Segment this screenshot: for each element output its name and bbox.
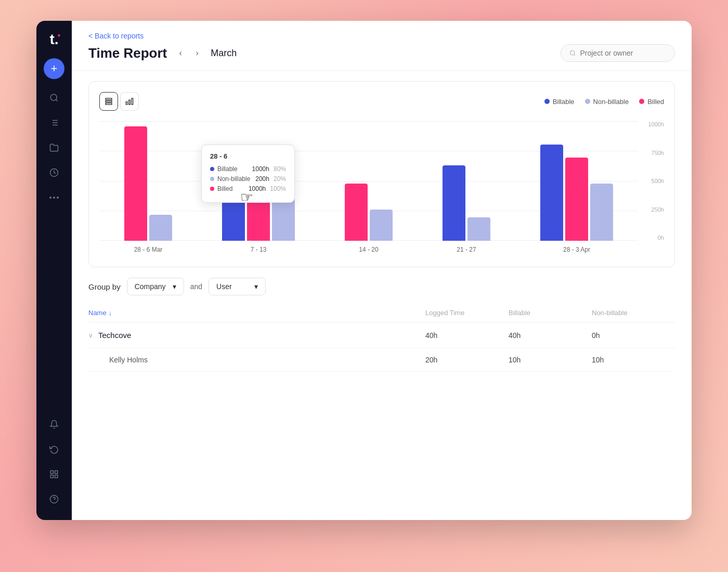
group-by-label: Group by bbox=[88, 282, 121, 291]
y-label-500: 500h bbox=[652, 178, 664, 184]
bar-non-billable-4[interactable] bbox=[467, 217, 490, 241]
company-logged-time: 40h bbox=[425, 331, 509, 340]
bar-group-5: 28 - 3 Apr bbox=[540, 145, 613, 241]
page-title: Time Report bbox=[88, 45, 167, 61]
svg-rect-20 bbox=[106, 98, 112, 100]
search-icon[interactable] bbox=[44, 87, 64, 108]
next-month-button[interactable]: › bbox=[190, 46, 204, 60]
bar-group-4-bars bbox=[443, 165, 490, 241]
legend-non-billable: Non-billable bbox=[585, 98, 629, 106]
chart-toolbar: Billable Non-billable Billed bbox=[99, 92, 664, 111]
bell-icon[interactable] bbox=[44, 414, 64, 435]
tooltip-title: 28 - 6 bbox=[210, 152, 286, 160]
search-box[interactable] bbox=[561, 44, 675, 62]
chart-area: 28 - 6 Mar 28 - 6 bbox=[99, 121, 664, 256]
table-section: Name ↓ Logged Time Billable Non-billable… bbox=[72, 304, 692, 520]
month-label: March bbox=[211, 48, 237, 59]
bar-label-3: 14 - 20 bbox=[359, 246, 378, 253]
header: < Back to reports Time Report ‹ › March bbox=[72, 21, 692, 71]
bar-non-billable-1[interactable] bbox=[149, 215, 172, 241]
more-icon[interactable] bbox=[44, 187, 64, 208]
col-name[interactable]: Name ↓ bbox=[88, 309, 425, 317]
folder-icon[interactable] bbox=[44, 137, 64, 158]
billed-dot bbox=[639, 99, 644, 104]
col-logged-time: Logged Time bbox=[425, 309, 509, 317]
expand-icon[interactable]: ∨ bbox=[88, 332, 93, 339]
col-non-billable: Non-billable bbox=[592, 309, 675, 317]
bar-label-2: 7 - 13 bbox=[251, 246, 267, 253]
bar-group-4: 21 - 27 bbox=[443, 165, 490, 241]
chart-y-labels: 1000h 750h 500h 250h 0h bbox=[638, 121, 664, 241]
non-billable-dot bbox=[585, 99, 590, 104]
bar-non-billable-3[interactable] bbox=[370, 210, 393, 241]
month-nav: ‹ › bbox=[173, 46, 204, 60]
bar-group-1: 28 - 6 Mar bbox=[124, 126, 172, 241]
bar-view-button[interactable] bbox=[120, 92, 139, 111]
chart-legend: Billable Non-billable Billed bbox=[544, 98, 664, 106]
bar-billable-5[interactable] bbox=[540, 145, 563, 241]
grid-icon[interactable] bbox=[44, 464, 64, 485]
bar-group-3-bars bbox=[345, 184, 393, 241]
company-name-cell[interactable]: ∨ Techcove bbox=[88, 331, 425, 340]
header-left: Time Report ‹ › March bbox=[88, 45, 237, 61]
bar-billed-2[interactable] bbox=[247, 199, 270, 241]
bar-group-5-bars bbox=[540, 145, 613, 241]
bar-label-5: 28 - 3 Apr bbox=[563, 246, 590, 253]
history-icon[interactable] bbox=[44, 439, 64, 460]
tooltip-billed-dot bbox=[210, 187, 214, 191]
bar-billed-5[interactable] bbox=[565, 158, 588, 241]
y-label-0: 0h bbox=[658, 235, 664, 241]
chart-section: Billable Non-billable Billed bbox=[88, 81, 675, 267]
svg-rect-13 bbox=[55, 471, 58, 473]
header-row: Time Report ‹ › March bbox=[88, 44, 675, 62]
search-input[interactable] bbox=[580, 49, 666, 57]
sidebar: t.● + bbox=[36, 21, 72, 520]
chart-bars-container: 28 - 6 Mar 28 - 6 bbox=[99, 121, 638, 241]
user-non-billable: 10h bbox=[592, 356, 675, 364]
chart-tooltip: 28 - 6 Billable 1000h 80% bbox=[201, 145, 295, 203]
svg-point-11 bbox=[57, 197, 59, 199]
tooltip-row-billable: Billable 1000h 80% bbox=[210, 165, 286, 173]
table-header: Name ↓ Logged Time Billable Non-billable bbox=[88, 304, 675, 322]
svg-point-10 bbox=[53, 197, 55, 199]
chart-view-toggle bbox=[99, 92, 139, 111]
help-icon[interactable] bbox=[44, 489, 64, 510]
svg-point-0 bbox=[50, 94, 57, 100]
col-billable: Billable bbox=[509, 309, 592, 317]
svg-rect-23 bbox=[132, 98, 133, 105]
table-row-company: ∨ Techcove 40h 40h 0h bbox=[88, 322, 675, 348]
group-by-company-select[interactable]: Company ▾ bbox=[127, 278, 184, 295]
table-view-button[interactable] bbox=[99, 92, 118, 111]
main-content: < Back to reports Time Report ‹ › March bbox=[72, 21, 692, 520]
group-by-user-select[interactable]: User ▾ bbox=[209, 278, 266, 295]
legend-billed: Billed bbox=[639, 98, 664, 106]
bar-non-billable-5[interactable] bbox=[590, 184, 613, 241]
bar-billable-4[interactable] bbox=[443, 165, 465, 241]
table-row-user: Kelly Holms 20h 10h 10h bbox=[88, 348, 675, 372]
timer-icon[interactable] bbox=[44, 162, 64, 183]
y-label-1000: 1000h bbox=[648, 121, 664, 127]
y-label-250: 250h bbox=[652, 206, 664, 213]
tooltip-row-billed: Billed 1000h 100% bbox=[210, 185, 286, 192]
svg-point-18 bbox=[570, 50, 575, 55]
search-icon bbox=[569, 49, 576, 57]
bar-label-1: 28 - 6 Mar bbox=[134, 246, 163, 253]
prev-month-button[interactable]: ‹ bbox=[173, 46, 188, 60]
tasks-icon[interactable] bbox=[44, 112, 64, 133]
back-to-reports-link[interactable]: < Back to reports bbox=[88, 32, 144, 40]
user-name-cell: Kelly Holms bbox=[109, 356, 425, 364]
user-logged-time: 20h bbox=[425, 356, 509, 364]
group-by-section: Group by Company ▾ and User ▾ bbox=[72, 278, 692, 295]
svg-rect-21 bbox=[106, 101, 112, 102]
svg-point-9 bbox=[49, 197, 51, 199]
svg-rect-15 bbox=[55, 475, 58, 478]
bar-billed-3[interactable] bbox=[345, 184, 368, 241]
add-button[interactable]: + bbox=[44, 58, 64, 79]
tooltip-non-billable-dot bbox=[210, 177, 214, 181]
legend-billable: Billable bbox=[544, 98, 575, 106]
y-label-750: 750h bbox=[652, 150, 664, 156]
bar-group-1-bars bbox=[124, 126, 172, 241]
svg-line-19 bbox=[574, 54, 575, 55]
tooltip-row-non-billable: Non-billable 200h 20% bbox=[210, 175, 286, 183]
bar-billed-1[interactable] bbox=[124, 126, 147, 241]
